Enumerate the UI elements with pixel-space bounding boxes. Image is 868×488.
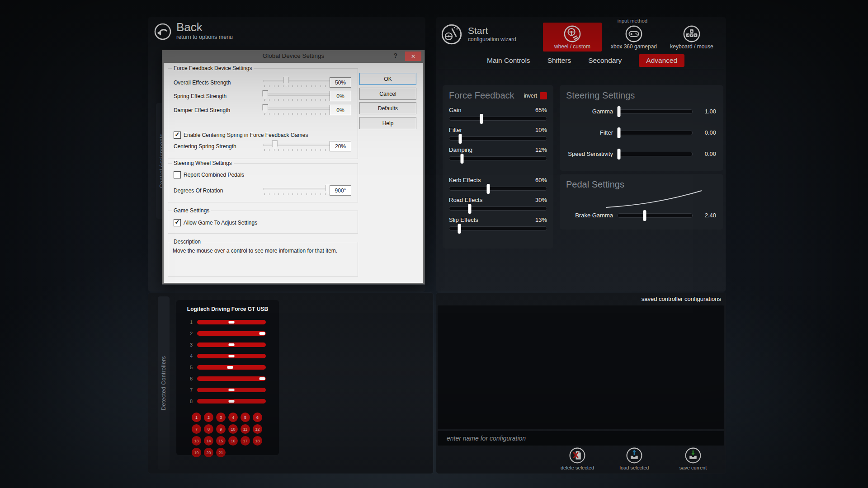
ff-slider-filter[interactable] [449,136,547,141]
damper-effect-value[interactable]: 0% [330,105,351,115]
ff-slider-thumb-slip-effects[interactable] [458,224,461,234]
axis-marker-4 [229,355,235,357]
rotation-slider[interactable] [263,184,331,197]
global-device-settings-dialog: Global Device Settings ? ✕ Force Feedbac… [162,50,425,285]
start-wizard-button[interactable]: Start configuration wizard [441,23,516,45]
ff-slider-gain[interactable] [449,117,547,121]
steering-slider-thumb-filter[interactable] [618,127,621,138]
tab-bar: Main Controls Shifters Secondary Advance… [487,54,684,67]
description-text: Move the mouse over a control to see mor… [173,248,337,254]
axis-bar-7 [197,388,266,392]
detected-controllers-tab[interactable]: Detected Controllers [158,296,170,470]
save-icon [684,447,702,464]
dialog-help-button[interactable]: ? [393,52,397,59]
combined-pedals-checkbox[interactable] [174,171,181,178]
cancel-button[interactable]: Cancel [359,88,416,100]
damper-effect-label: Damper Effect Strength [174,107,230,113]
controller-button-14: 14 [204,436,213,446]
rotation-label: Degrees Of Rotation [174,188,223,194]
centering-strength-slider-thumb[interactable] [272,141,278,150]
ff-slider-thumb-filter[interactable] [458,134,462,144]
controller-button-13: 13 [192,436,201,446]
saved-configurations-list[interactable] [438,305,724,429]
spring-effect-value[interactable]: 0% [330,91,351,101]
configuration-name-input[interactable] [438,431,724,446]
rotation-value[interactable]: 900° [330,185,351,196]
ff-slider-slip-effects[interactable] [449,226,547,230]
ff-slider-thumb-kerb-effects[interactable] [487,184,490,194]
axis-number-5: 5 [186,365,193,370]
wizard-subtitle: configuration wizard [468,36,516,42]
ff-slider-thumb-road-effects[interactable] [468,204,472,214]
steering-slider-speed-sensitivity[interactable] [618,152,693,156]
allow-adjust-row: ✓ Allow Game To Adjust Settings [174,219,257,227]
back-arrow-icon [154,23,172,41]
steering-slider-filter[interactable] [618,131,693,135]
steering-label-gamma: Gamma [567,108,613,115]
centering-strength-slider[interactable] [263,140,331,153]
damper-effect-slider-thumb[interactable] [262,104,268,114]
ff-label-road-effects: Road Effects [449,197,482,203]
axis-row-3: 3 [176,339,279,350]
steering-row-filter: Filter0.00 [560,122,723,143]
centering-spring-checkbox[interactable]: ✓ [174,131,181,139]
spring-effect-slider-thumb[interactable] [262,90,268,100]
brake-gamma-slider[interactable] [618,213,693,218]
ok-button[interactable]: OK [359,73,416,85]
steering-slider-thumb-speed-sensitivity[interactable] [618,149,621,160]
input-method-keyboard-mouse[interactable]: keyboard / mouse [662,23,721,52]
slider-track [263,80,331,82]
ff-row-road-effects: Road Effects30% [449,197,547,211]
input-method-xbox-gamepad[interactable]: xbox 360 gamepad [604,23,663,52]
overall-effects-label: Overall Effects Strength [174,80,231,86]
allow-adjust-checkbox[interactable]: ✓ [174,219,181,226]
save-current-button[interactable]: save current [664,447,722,470]
input-method-wheel-label: wheel / custom [543,43,602,50]
back-button[interactable]: Back return to options menu [154,21,233,41]
steering-slider-gamma[interactable] [618,109,693,114]
ff-row-gain: Gain65% [449,107,547,121]
help-button[interactable]: Help [359,117,416,129]
tab-main-controls[interactable]: Main Controls [487,56,530,65]
axis-bar-3 [197,343,266,347]
controller-name: Logitech Driving Force GT USB [176,300,279,312]
invert-checkbox[interactable] [540,92,547,99]
slider-track [263,94,331,96]
damper-effect-slider[interactable] [263,103,331,117]
dialog-close-button[interactable]: ✕ [405,52,421,61]
tab-secondary[interactable]: Secondary [588,56,622,65]
ff-slider-thumb-gain[interactable] [480,114,483,124]
axis-row-2: 2 [176,328,279,339]
dialog-titlebar[interactable]: Global Device Settings ? ✕ [162,50,425,63]
ff-slider-thumb-damping[interactable] [460,154,463,164]
load-selected-button[interactable]: load selected [605,447,664,470]
tab-advanced[interactable]: Advanced [639,54,684,67]
centering-strength-value[interactable]: 20% [330,141,351,151]
overall-effects-slider-thumb[interactable] [283,77,289,86]
ff-slider-kerb-effects[interactable] [449,187,547,191]
axis-marker-2 [259,332,265,335]
input-method-wheel-custom[interactable]: wheel / custom [543,23,602,52]
wizard-icon [441,23,462,45]
delete-selected-button[interactable]: delete selected [548,447,607,470]
steering-wheel-settings-group: Steering Wheel Settings Report Combined … [168,163,358,202]
description-group-label: Description [172,239,203,245]
overall-effects-slider[interactable] [263,76,331,89]
defaults-button[interactable]: Defaults [359,102,416,114]
tab-shifters[interactable]: Shifters [547,56,571,65]
overall-effects-value[interactable]: 50% [330,77,351,88]
invert-label: invert [524,93,537,99]
controller-button-18: 18 [253,436,262,446]
axis-marker-7 [229,389,235,391]
centering-strength-label: Centering Spring Strength [174,143,236,150]
steering-slider-thumb-gamma[interactable] [618,106,621,117]
ff-value-filter: 10% [535,127,547,133]
ff-slider-damping[interactable] [449,156,547,160]
controller-axes: 12345678 [176,316,279,407]
brake-gamma-slider-thumb[interactable] [643,210,646,221]
spring-effect-slider[interactable] [263,89,331,103]
back-title: Back [176,21,233,33]
game-group-label: Game Settings [172,207,211,214]
load-icon [626,447,643,464]
ff-slider-road-effects[interactable] [449,206,547,211]
